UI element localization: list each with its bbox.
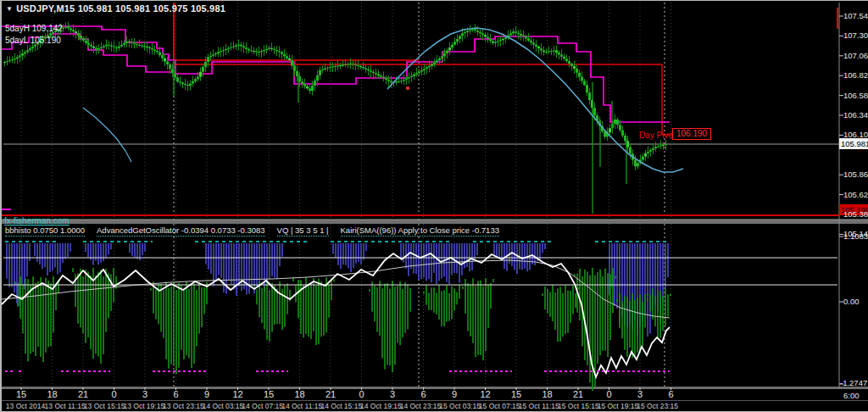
candle	[380, 75, 382, 76]
candle	[245, 47, 248, 49]
candle	[616, 120, 619, 125]
candle	[108, 45, 110, 46]
candle	[433, 63, 436, 64]
time-axis-hour-label: 15	[7, 389, 36, 399]
candle	[159, 52, 161, 55]
candle	[275, 50, 278, 51]
candle	[647, 152, 649, 153]
candle	[659, 146, 662, 147]
candle	[253, 51, 255, 52]
time-axis-corner: 6:00	[843, 391, 860, 400]
candle	[527, 38, 530, 40]
candle	[141, 45, 143, 46]
candle	[570, 64, 573, 66]
price-axis-label: 106.345	[843, 110, 868, 120]
candle	[565, 58, 568, 61]
candle	[525, 36, 527, 38]
indicator-label[interactable]: bbhisto 0.0750 1.0000	[5, 225, 85, 237]
candle	[192, 81, 194, 84]
candle	[576, 69, 578, 73]
candle	[558, 53, 560, 54]
indicator-label[interactable]: AdvancedGetOscillator -0.0394 0.0733 -0.…	[97, 225, 265, 237]
candle	[461, 33, 464, 36]
panel-divider	[2, 220, 868, 224]
day-pivot-price-box[interactable]: 106.190	[672, 128, 711, 140]
candle	[286, 56, 288, 58]
candle	[316, 75, 319, 81]
candle	[258, 52, 260, 53]
candle	[352, 64, 354, 64]
day-pivot-label[interactable]: Day Pivot	[639, 131, 676, 140]
price-axis-label: 107.305	[843, 31, 868, 40]
price-axis-label: 107.545	[843, 11, 868, 20]
candle	[123, 43, 125, 45]
candle	[443, 53, 446, 56]
candle	[29, 48, 31, 50]
candle	[408, 77, 410, 78]
candle	[654, 147, 657, 148]
time-axis-hour-label: 9	[192, 389, 221, 399]
candle	[265, 49, 268, 50]
candle	[586, 85, 588, 92]
candle	[179, 81, 181, 82]
candle	[34, 45, 36, 47]
watermark-link[interactable]: fx-fisherman.com	[4, 216, 70, 225]
five-day-low-label: 5dayL 105.190	[5, 36, 61, 45]
candle	[573, 66, 576, 69]
candle	[593, 108, 596, 115]
symbol-dropdown-arrow[interactable]: ▼	[6, 5, 13, 13]
candle	[583, 81, 586, 85]
time-axis-hour-label: 0	[595, 389, 624, 399]
candle	[87, 43, 90, 45]
candle	[563, 57, 565, 58]
candle	[125, 42, 128, 43]
candle	[3, 62, 6, 63]
time-axis-hour-label: 6	[409, 389, 438, 399]
candle	[250, 51, 253, 52]
indicator-axis-min: -1.2747	[840, 378, 867, 387]
candle	[75, 31, 77, 33]
candle	[319, 70, 321, 75]
candle	[281, 52, 283, 53]
candle	[637, 163, 639, 166]
candle	[16, 57, 19, 58]
candle	[131, 42, 133, 43]
candle	[217, 52, 220, 53]
candle	[220, 51, 222, 52]
candle	[400, 81, 403, 81]
candle	[329, 67, 331, 68]
candle	[273, 49, 275, 50]
candle	[364, 68, 367, 69]
candle	[181, 83, 184, 84]
candle	[464, 32, 466, 33]
indicator-label[interactable]: Kairi(SMA((96)) Apply to Close price -0.…	[341, 225, 499, 237]
price-axis-label: 105.385	[843, 209, 868, 219]
candle	[118, 47, 120, 48]
time-axis-hour-label: 18	[38, 389, 67, 399]
candle	[151, 48, 153, 49]
candle	[487, 37, 489, 39]
candle	[214, 53, 217, 54]
candle	[535, 45, 537, 47]
candle	[494, 42, 497, 43]
candle	[326, 68, 329, 69]
candle	[138, 45, 141, 46]
candle	[161, 55, 164, 58]
candle	[347, 64, 349, 65]
candle	[479, 32, 481, 34]
candle	[293, 65, 296, 70]
candle	[321, 70, 324, 70]
candle	[95, 48, 97, 50]
candle	[207, 57, 209, 62]
candle	[146, 47, 148, 47]
time-axis-hour-label: 3	[131, 389, 159, 399]
candle	[31, 47, 34, 48]
time-axis-hour-label: 6	[162, 389, 191, 399]
candle	[609, 128, 611, 132]
candle	[484, 35, 487, 36]
indicator-axis-zero: 0.00	[843, 297, 860, 306]
chart-canvas	[2, 1, 868, 412]
candle	[431, 64, 433, 66]
time-axis-hour-label: 18	[286, 389, 314, 399]
indicator-label[interactable]: VQ | 35 3 5 1 |	[277, 225, 329, 237]
